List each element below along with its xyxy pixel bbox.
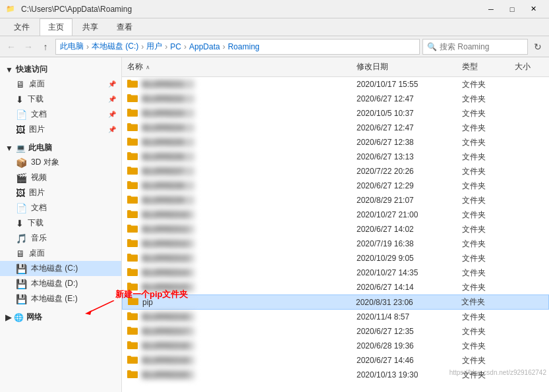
breadcrumb-pc[interactable]: PC (170, 42, 181, 51)
breadcrumb-roaming[interactable]: Roaming (228, 42, 260, 51)
file-header: 名称 ∧ 修改日期 类型 大小 (122, 57, 549, 77)
sidebar-item-3dobjects[interactable]: 📦 3D 对象 (0, 155, 121, 170)
tab-home[interactable]: 主页 (40, 18, 72, 36)
header-type-label: 类型 (462, 61, 478, 72)
sidebar-item-downloads2[interactable]: ⬇ 下载 (0, 215, 121, 231)
file-name-text: BLURRED1 (142, 80, 194, 89)
table-row[interactable]: BLURRED22020/6/27 12:47文件夹 (122, 92, 549, 106)
table-row[interactable]: BLURRED92020/8/29 21:07文件夹 (122, 193, 549, 208)
sidebar-item-label: 文档 (31, 109, 47, 120)
sidebar-item-label: 下载 (28, 94, 43, 105)
folder-icon (127, 108, 138, 119)
table-row[interactable]: BLURRED142020/10/27 14:35文件夹 (122, 266, 549, 280)
breadcrumb-drive[interactable]: 本地磁盘 (C:) (92, 41, 138, 52)
table-row[interactable]: BLURRED192020/6/27 14:46文件夹 (122, 353, 549, 368)
file-size-cell (509, 286, 549, 289)
sidebar-item-driveD[interactable]: 💾 本地磁盘 (D:) (0, 276, 121, 291)
sidebar-item-videos[interactable]: 🎬 视频 (0, 170, 121, 185)
search-box[interactable]: 🔍 (422, 39, 528, 55)
file-name-text: BLURRED5 (142, 138, 194, 147)
file-date-cell: 2020/10/17 15:55 (351, 78, 457, 90)
sidebar-item-documents[interactable]: 📄 文档 📌 (0, 107, 121, 122)
table-row[interactable]: BLURRED82020/6/27 12:29文件夹 (122, 179, 549, 193)
file-type-cell: 文件夹 (457, 121, 509, 135)
header-size[interactable]: 大小 (509, 60, 549, 74)
folder-icon (127, 79, 138, 90)
file-date-cell: 2020/6/27 14:14 (351, 281, 457, 293)
sidebar-item-documents2[interactable]: 📄 文档 (0, 200, 121, 215)
sidebar-thispc-section[interactable]: ▼ 💻 此电脑 (0, 140, 121, 155)
minimize-button[interactable]: ─ (480, 0, 502, 18)
up-button[interactable]: ↑ (38, 40, 53, 54)
tab-view[interactable]: 查看 (108, 18, 141, 36)
header-name[interactable]: 名称 ∧ (122, 60, 351, 74)
sidebar-item-desktop[interactable]: 🖥 桌面 📌 (0, 76, 121, 92)
file-name-cell: BLURRED9 (122, 194, 351, 208)
file-type-cell: 文件夹 (457, 107, 509, 121)
table-row[interactable]: BLURRED132020/10/29 9:05文件夹 (122, 251, 549, 266)
breadcrumb[interactable]: 此电脑 › 本地磁盘 (C:) › 用户 › PC › AppData › Ro… (55, 39, 420, 55)
file-date-cell: 2020/10/27 21:00 (351, 209, 457, 221)
file-size-cell (509, 345, 549, 347)
file-type-cell: 文件夹 (457, 194, 509, 208)
sidebar-item-driveE[interactable]: 💾 本地磁盘 (E:) (0, 291, 121, 306)
sidebar-quickaccess-section[interactable]: ▼ 快速访问 (0, 61, 121, 76)
table-row[interactable]: pip2020/8/31 23:06文件夹 (122, 294, 549, 310)
file-size-cell (509, 271, 549, 274)
header-date[interactable]: 修改日期 (351, 60, 457, 74)
sidebar-item-label: 本地磁盘 (C:) (31, 263, 78, 274)
table-row[interactable]: BLURRED52020/6/27 12:38文件夹 (122, 135, 549, 150)
title-bar: 📁 C:\Users\PC\AppData\Roaming ─ □ ✕ (0, 0, 549, 18)
table-row[interactable]: BLURRED102020/10/27 21:00文件夹 (122, 208, 549, 222)
sidebar-item-label: 下载 (28, 217, 43, 229)
sidebar-item-desktop2[interactable]: 🖥 桌面 (0, 246, 121, 261)
refresh-button[interactable]: ↻ (531, 40, 545, 54)
sidebar-item-music[interactable]: 🎵 音乐 (0, 231, 121, 246)
table-row[interactable]: BLURRED162020/11/4 8:57文件夹 (122, 310, 549, 324)
file-size-cell (509, 374, 549, 376)
search-icon: 🔍 (427, 42, 437, 51)
breadcrumb-appdata[interactable]: AppData (189, 42, 220, 51)
table-row[interactable]: BLURRED32020/10/5 10:37文件夹 (122, 106, 549, 121)
tab-file[interactable]: 文件 (5, 18, 38, 36)
sidebar-network-section[interactable]: ▶ 🌐 网络 (0, 309, 121, 324)
table-row[interactable]: BLURRED172020/6/27 12:35文件夹 (122, 324, 549, 339)
forward-button[interactable]: → (21, 40, 36, 54)
file-name-cell: BLURRED11 (122, 223, 351, 237)
header-type[interactable]: 类型 (457, 60, 509, 74)
file-date-cell: 2020/10/13 19:30 (351, 369, 457, 381)
file-date-cell: 2020/6/27 13:13 (351, 151, 457, 163)
table-row[interactable]: BLURRED152020/6/27 14:14文件夹 (122, 280, 549, 294)
sidebar-item-pictures[interactable]: 🖼 图片 📌 (0, 122, 121, 137)
table-row[interactable]: BLURRED72020/7/22 20:26文件夹 (122, 164, 549, 179)
sidebar-item-driveC[interactable]: 💾 本地磁盘 (C:) (0, 261, 121, 276)
table-row[interactable]: BLURRED122020/7/19 16:38文件夹 (122, 237, 549, 251)
file-name-text: BLURRED13 (142, 254, 194, 263)
sidebar-item-pictures2[interactable]: 🖼 图片 (0, 185, 121, 200)
breadcrumb-thispc[interactable]: 此电脑 (60, 41, 84, 52)
table-row[interactable]: BLURRED182020/6/28 19:36文件夹 (122, 339, 549, 353)
folder-icon (127, 94, 138, 105)
file-name-text: BLURRED3 (142, 109, 194, 118)
close-button[interactable]: ✕ (523, 0, 544, 18)
back-button[interactable]: ← (4, 40, 18, 54)
tab-share[interactable]: 共享 (74, 18, 107, 36)
sidebar-item-label: 3D 对象 (31, 157, 59, 168)
breadcrumb-users[interactable]: 用户 (146, 41, 162, 52)
sidebar-network-label: 网络 (26, 312, 42, 323)
search-input[interactable] (440, 42, 523, 51)
driveE-icon: 💾 (16, 294, 27, 304)
maximize-button[interactable]: □ (502, 0, 523, 18)
file-type-cell: 文件夹 (457, 252, 509, 266)
table-row[interactable]: BLURRED202020/10/13 19:30文件夹 (122, 368, 549, 382)
file-date-cell: 2020/6/28 19:36 (351, 340, 457, 352)
driveC-icon: 💾 (16, 264, 27, 274)
table-row[interactable]: BLURRED12020/10/17 15:55文件夹 (122, 77, 549, 92)
file-type-cell: 文件夹 (457, 354, 509, 368)
sidebar-item-downloads[interactable]: ⬇ 下载 📌 (0, 92, 121, 107)
file-size-cell (509, 242, 549, 245)
table-row[interactable]: BLURRED112020/6/27 14:02文件夹 (122, 222, 549, 237)
table-row[interactable]: BLURRED62020/6/27 13:13文件夹 (122, 150, 549, 164)
table-row[interactable]: BLURRED42020/6/27 12:47文件夹 (122, 121, 549, 135)
file-size-cell (509, 112, 549, 115)
